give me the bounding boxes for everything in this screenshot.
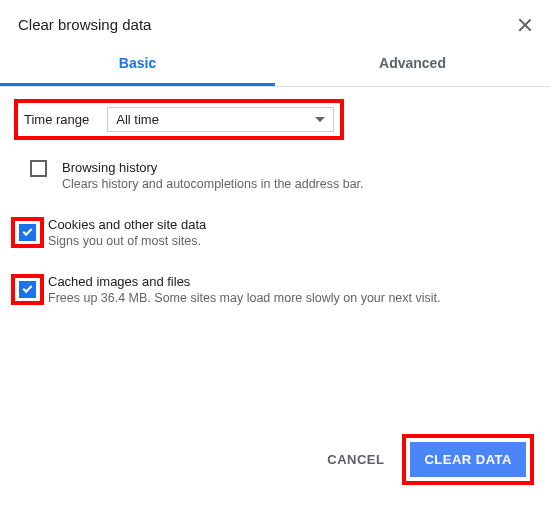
option-desc: Frees up 36.4 MB. Some sites may load mo… xyxy=(48,291,532,305)
tab-basic[interactable]: Basic xyxy=(0,41,275,86)
close-icon[interactable] xyxy=(518,18,532,32)
tab-advanced[interactable]: Advanced xyxy=(275,41,550,86)
option-text: Cached images and files Frees up 36.4 MB… xyxy=(44,274,532,305)
checkbox-cookies[interactable] xyxy=(19,224,36,241)
checkmark-icon xyxy=(23,283,33,293)
clear-data-highlight: CLEAR DATA xyxy=(402,434,534,485)
cancel-button[interactable]: CANCEL xyxy=(315,444,396,475)
clear-browsing-data-dialog: Clear browsing data Basic Advanced Time … xyxy=(0,0,550,305)
option-title: Cookies and other site data xyxy=(48,217,532,232)
option-cached: Cached images and files Frees up 36.4 MB… xyxy=(18,274,532,305)
option-desc: Clears history and autocompletions in th… xyxy=(62,177,532,191)
dialog-footer: CANCEL CLEAR DATA xyxy=(315,434,534,485)
checkbox-cached[interactable] xyxy=(19,281,36,298)
time-range-row: Time range All time xyxy=(14,99,344,140)
option-title: Browsing history xyxy=(62,160,532,175)
time-range-value: All time xyxy=(116,112,159,127)
tabs: Basic Advanced xyxy=(0,41,550,87)
dialog-header: Clear browsing data xyxy=(0,0,550,41)
option-cookies: Cookies and other site data Signs you ou… xyxy=(18,217,532,248)
option-text: Cookies and other site data Signs you ou… xyxy=(44,217,532,248)
chevron-down-icon xyxy=(315,117,325,122)
checkbox-wrap xyxy=(11,274,44,305)
option-browsing-history: Browsing history Clears history and auto… xyxy=(18,160,532,191)
option-title: Cached images and files xyxy=(48,274,532,289)
time-range-select[interactable]: All time xyxy=(107,107,334,132)
option-desc: Signs you out of most sites. xyxy=(48,234,532,248)
checkmark-icon xyxy=(23,226,33,236)
checkbox-wrap xyxy=(11,217,44,248)
checkbox-browsing-history[interactable] xyxy=(30,160,47,177)
clear-data-button[interactable]: CLEAR DATA xyxy=(410,442,526,477)
dialog-title: Clear browsing data xyxy=(18,16,151,33)
option-text: Browsing history Clears history and auto… xyxy=(58,160,532,191)
checkbox-wrap xyxy=(18,160,58,177)
options-list: Browsing history Clears history and auto… xyxy=(0,140,550,305)
time-range-label: Time range xyxy=(24,112,89,127)
